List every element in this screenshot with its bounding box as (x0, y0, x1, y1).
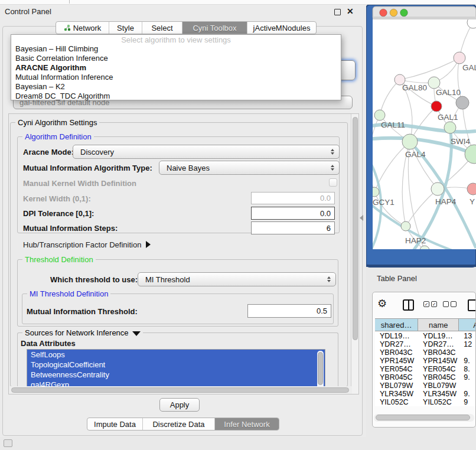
stepper-arrows-icon (331, 149, 334, 155)
mi-threshold-field[interactable]: 0.5 (247, 304, 331, 318)
tab-cyni-toolbox[interactable]: Cyni Toolbox (182, 22, 247, 34)
table-row[interactable]: YIL052CYIL052C9 (375, 398, 476, 406)
table-horizontal-scrollbar[interactable] (374, 414, 474, 422)
hub-definition-toggle[interactable]: Hub/Transcription Factor Definition (23, 240, 151, 249)
dpi-tolerance-field[interactable]: 0.0 (251, 207, 335, 220)
mi-threshold-label: Mutual Information Threshold: (27, 307, 138, 316)
network-node[interactable] (431, 101, 442, 112)
attribute-item[interactable]: TopologicalCoefficient (27, 360, 325, 370)
stepper-arrows-icon (331, 165, 334, 171)
algorithm-option[interactable]: ARACNE Algorithm (11, 63, 341, 73)
node-label: GAL11 (381, 120, 405, 129)
settings-vertical-scrollbar[interactable] (351, 114, 358, 394)
network-node[interactable] (431, 182, 444, 195)
table-cell: YBR043C (418, 348, 459, 357)
function-icon[interactable] (468, 299, 476, 311)
data-attributes-list[interactable]: SelfLoopsTopologicalCoefficientBetweenne… (27, 349, 325, 392)
network-node[interactable] (444, 122, 456, 133)
columns-icon[interactable] (403, 299, 414, 311)
algorithm-option[interactable]: Mutual Information Inference (11, 73, 341, 82)
node-table: ⚙ ✓✓ shared…nameA YDL19…YDL19…13YDR27…YD… (372, 292, 476, 428)
minimized-panel-grip[interactable] (4, 439, 12, 447)
network-node[interactable] (467, 183, 476, 195)
kernel-width-field[interactable]: 0.0 (251, 192, 335, 204)
tab-label: Style (117, 24, 134, 32)
table-row[interactable]: YER054CYER054C8. (375, 365, 476, 373)
table-row[interactable]: YDR27…YDR27…12 (375, 340, 476, 348)
close-traffic-icon[interactable] (380, 9, 387, 17)
node-label: GAL80 (402, 83, 427, 92)
scrollbar-thumb[interactable] (353, 117, 358, 340)
dropdown-placeholder: Select algorithm to view settings (11, 35, 341, 44)
subtab-impute-data[interactable]: Impute Data (87, 418, 143, 430)
node-label: GAL1 (438, 113, 458, 122)
stepper-arrows-icon (327, 276, 331, 282)
apply-button[interactable]: Apply (159, 398, 200, 412)
network-node[interactable] (402, 134, 418, 149)
tab-style[interactable]: Style (109, 22, 142, 34)
settings-horizontal-scrollbar[interactable] (9, 386, 352, 394)
scrollbar-thumb[interactable] (11, 387, 349, 393)
table-cell: YBR043C (375, 348, 418, 357)
scrollbar-thumb[interactable] (376, 415, 470, 420)
network-view-window[interactable]: GALGAL80GAL10GAL1GAL11SWI4GAL4GCY1HAP4YH… (366, 5, 476, 269)
algorithm-option[interactable]: Dream8 DC_TDC Algorithm (11, 92, 341, 101)
attribute-item[interactable]: BetweennessCentrality (27, 370, 325, 380)
algorithm-option[interactable]: Bayesian – K2 (11, 82, 341, 92)
select-all-icon[interactable]: ✓✓ (423, 301, 437, 307)
algorithm-option[interactable]: Basic Correlation Inference (11, 54, 341, 63)
data-attributes-label: Data Attributes (21, 339, 76, 348)
algorithm-option[interactable]: Bayesian – Hill Climbing (11, 44, 341, 54)
float-panel-icon[interactable] (334, 9, 341, 15)
subtab-infer-network[interactable]: Infer Network (215, 418, 279, 430)
minimize-traffic-icon[interactable] (390, 9, 397, 17)
table-cell: YBR045C (375, 373, 418, 381)
column-header-shared[interactable]: shared… (375, 319, 418, 331)
split-pane-grip[interactable] (360, 215, 363, 221)
node-label: SWI4 (451, 137, 470, 146)
attributes-scrollbar[interactable] (317, 351, 324, 390)
network-node[interactable] (401, 221, 410, 231)
aracne-mode-combobox[interactable]: Discovery (73, 145, 340, 159)
table-row[interactable]: YBR043CYBR043C (375, 348, 476, 357)
tab-jactivemnodules[interactable]: jActiveMNodules (247, 22, 316, 34)
network-node[interactable] (374, 110, 385, 120)
table-cell: YDR27… (375, 340, 418, 348)
which-threshold-combobox[interactable]: MI Threshold (138, 272, 336, 286)
table-cell: YBL079W (375, 381, 418, 390)
mi-type-value: Naive Bayes (167, 164, 210, 172)
tab-select[interactable]: Select (142, 22, 182, 34)
table-row[interactable]: YDL19…YDL19…13 (375, 332, 476, 340)
node-label: Y (470, 197, 475, 206)
table-row[interactable]: YBL079WYBL079W (375, 381, 476, 390)
table-row[interactable]: YBR045CYBR045C9. (375, 373, 476, 381)
sources-title: Sources for Network Inference (25, 328, 129, 337)
network-node[interactable] (456, 96, 469, 109)
mi-type-combobox[interactable]: Naive Bayes (159, 161, 340, 175)
column-header-A[interactable]: A (459, 319, 476, 331)
table-row[interactable]: YLR345WYLR345W9. (375, 390, 476, 398)
table-cell: 8. (459, 365, 476, 373)
manual-kernel-checkbox[interactable] (329, 178, 337, 187)
close-icon[interactable]: ✕ (347, 6, 354, 16)
which-threshold-label: Which threshold to use: (50, 275, 138, 284)
subtab-discretize-data[interactable]: Discretize Data (143, 418, 215, 430)
gear-icon[interactable]: ⚙ (377, 297, 387, 310)
table-cell: 9. (459, 357, 476, 365)
table-header-row: shared…nameA (375, 318, 476, 331)
deselect-all-icon[interactable] (443, 301, 457, 307)
control-panel-tabs: NetworkStyleSelectCyni ToolboxjActiveMNo… (56, 21, 317, 34)
scrollbar-thumb[interactable] (318, 352, 323, 385)
network-node[interactable] (454, 52, 465, 64)
tab-network[interactable]: Network (56, 22, 109, 34)
mi-steps-field[interactable]: 6 (251, 221, 335, 234)
cyni-toolbox-subtabs: Impute DataDiscretize DataInfer Network (87, 418, 279, 431)
aracne-mode-value: Discovery (80, 148, 114, 156)
column-header-name[interactable]: name (418, 319, 459, 331)
zoom-traffic-icon[interactable] (400, 9, 408, 17)
attribute-item[interactable]: SelfLoops (27, 350, 325, 360)
table-row[interactable]: YPR145WYPR145W9. (375, 357, 476, 365)
sources-toggle[interactable]: Sources for Network Inference (22, 328, 143, 337)
cyni-settings-scrollpane: Cyni Algorithm Settings Algorithm Defini… (8, 113, 359, 394)
network-node[interactable] (428, 77, 440, 89)
